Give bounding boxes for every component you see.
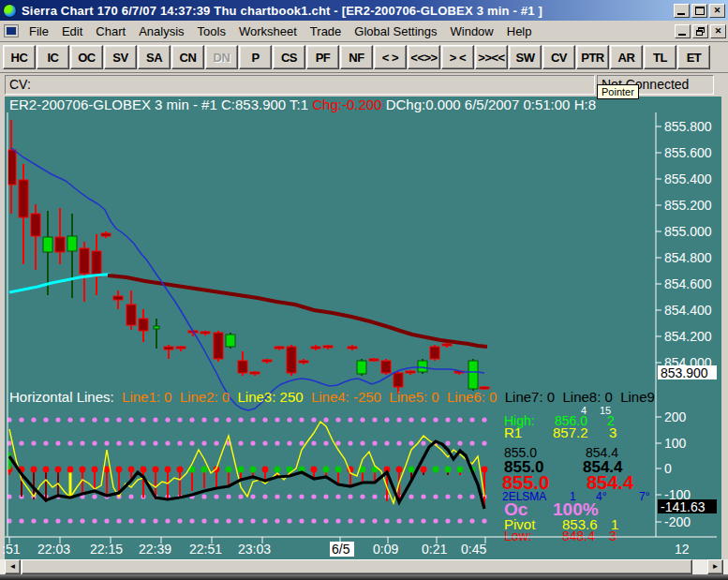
svg-text:854.200: 854.200: [664, 329, 712, 344]
candle-body: [113, 296, 123, 300]
svg-text:3: 3: [609, 528, 617, 543]
candle-body: [214, 333, 223, 359]
cv-field[interactable]: CV:: [5, 75, 595, 95]
window-bottom-border: [0, 574, 728, 580]
svg-text::51: :51: [2, 542, 21, 557]
pointer-tooltip: Pointer: [597, 84, 639, 99]
menu-item-trade[interactable]: Trade: [304, 22, 348, 40]
toolbar-button-ptr[interactable]: PTR: [576, 45, 609, 69]
toolbar-button-sv[interactable]: SV: [104, 45, 137, 69]
svg-text:855.600: 855.600: [664, 145, 712, 160]
svg-text:23:03: 23:03: [238, 542, 271, 557]
chart-header: ER2-200706-GLOBEX 3 min - #1 C:853.900 T…: [9, 97, 596, 112]
candle-body: [369, 359, 379, 361]
candle-body: [238, 361, 247, 373]
candle-body: [164, 347, 173, 349]
svg-text:854.600: 854.600: [664, 276, 712, 291]
toolbar-button-cn[interactable]: CN: [171, 45, 204, 69]
candle-body: [323, 346, 333, 348]
svg-text:0: 0: [664, 461, 672, 476]
toolbar-button-et[interactable]: ET: [677, 45, 710, 69]
svg-text:854.4: 854.4: [587, 472, 634, 493]
menu-item-help[interactable]: Help: [500, 22, 539, 40]
svg-text:855.000: 855.000: [664, 224, 712, 239]
menu-item-file[interactable]: File: [22, 22, 55, 40]
toolbar-button-p[interactable]: P: [239, 45, 272, 69]
candle-body: [287, 347, 296, 373]
candle-body: [381, 361, 391, 373]
menu-item-chart[interactable]: Chart: [89, 22, 132, 40]
scroll-left-arrow-icon[interactable]: ◄: [5, 559, 21, 574]
scroll-right-arrow-icon[interactable]: ►: [707, 559, 723, 574]
horizontal-scrollbar[interactable]: ◄ ►: [0, 559, 728, 574]
svg-text:200: 200: [664, 409, 687, 424]
price-axis[interactable]: 855.800855.600855.400855.200855.000854.8…: [656, 119, 717, 380]
svg-text:854.800: 854.800: [664, 250, 712, 265]
candle-body: [19, 180, 28, 217]
svg-text:22:51: 22:51: [189, 542, 222, 557]
menu-item-edit[interactable]: Edit: [55, 22, 89, 40]
toolbar-button-><[interactable]: > <: [441, 45, 474, 69]
menu-item-analysis[interactable]: Analysis: [132, 22, 190, 40]
svg-text:855.400: 855.400: [664, 171, 712, 186]
svg-text:857.2: 857.2: [553, 424, 588, 440]
svg-text:0:21: 0:21: [422, 542, 447, 557]
menu-bar: FileEditChartAnalysisToolsWorksheetTrade…: [0, 21, 728, 42]
toolbar-button-ar[interactable]: AR: [610, 45, 643, 69]
window-title: Sierra Chart 170 6/7/07 14:37:39 Thu cha…: [22, 4, 674, 18]
toolbar-button-sa[interactable]: SA: [138, 45, 171, 69]
toolbar-button-hc[interactable]: HC: [3, 45, 36, 69]
svg-text:7°: 7°: [639, 490, 650, 503]
candle-body: [226, 335, 235, 347]
toolbar-button->><<[interactable]: >><<: [475, 45, 508, 69]
maximize-button[interactable]: [691, 4, 707, 18]
toolbar-button-ic[interactable]: IC: [37, 45, 69, 69]
menu-item-tools[interactable]: Tools: [191, 22, 232, 40]
horizontal-lines-label: Horizontal Lines: Line1: 0 Line2: 0 Line…: [9, 389, 671, 405]
svg-text:Low:: Low:: [504, 528, 532, 543]
menu-item-global-settings[interactable]: Global Settings: [348, 22, 443, 40]
svg-text:855.800: 855.800: [664, 119, 712, 134]
candle-body: [101, 233, 111, 236]
candle-body: [262, 360, 272, 362]
child-minimize-button[interactable]: [675, 24, 691, 38]
candle-body: [394, 373, 403, 387]
toolbar-button-dn: DN: [205, 45, 238, 69]
minimize-button[interactable]: [674, 4, 690, 18]
candle-body: [442, 344, 452, 346]
toolbar-button-nf[interactable]: NF: [340, 45, 373, 69]
toolbar-button-<>[interactable]: < >: [374, 45, 407, 69]
candle-body: [80, 248, 89, 274]
app-globe-icon: [3, 4, 17, 18]
svg-text:100: 100: [664, 436, 687, 451]
toolbar-button-oc[interactable]: OC: [70, 45, 103, 69]
svg-text:22:39: 22:39: [139, 542, 171, 557]
toolbar-button-cs[interactable]: CS: [273, 45, 305, 69]
svg-text:R1: R1: [504, 424, 522, 440]
svg-text:0:45: 0:45: [461, 542, 486, 557]
child-close-button[interactable]: ✕: [710, 24, 726, 38]
svg-text:853.900: 853.900: [661, 365, 708, 380]
toolbar-button-pf[interactable]: PF: [306, 45, 339, 69]
svg-text:22:03: 22:03: [37, 542, 70, 557]
toolbar-button-tl[interactable]: TL: [644, 45, 676, 69]
chart-window-system-icon[interactable]: [4, 24, 19, 37]
child-restore-button[interactable]: [692, 24, 708, 38]
chart-area[interactable]: ER2-200706-GLOBEX 3 min - #1 C:853.900 T…: [0, 97, 728, 559]
sierra-chart-window: Sierra Chart 170 6/7/07 14:37:39 Thu cha…: [0, 0, 728, 580]
close-button[interactable]: ✕: [709, 4, 725, 18]
menu-items: FileEditChartAnalysisToolsWorksheetTrade…: [22, 22, 539, 40]
menu-item-window[interactable]: Window: [444, 22, 500, 40]
svg-text:848.4: 848.4: [562, 528, 595, 543]
candle-body: [468, 361, 478, 389]
scrollbar-thumb[interactable]: [22, 559, 692, 574]
candle-body: [154, 326, 159, 329]
candle-body: [126, 305, 136, 325]
candle-body: [275, 347, 284, 349]
menu-item-worksheet[interactable]: Worksheet: [232, 22, 304, 40]
chart-canvas[interactable]: ER2-200706-GLOBEX 3 min - #1 C:853.900 T…: [0, 97, 728, 559]
candle-body: [299, 361, 308, 363]
toolbar-button-sw[interactable]: SW: [509, 45, 542, 69]
toolbar-button-cv[interactable]: CV: [542, 45, 575, 69]
toolbar-button-<<>>[interactable]: <<>>: [408, 45, 440, 69]
